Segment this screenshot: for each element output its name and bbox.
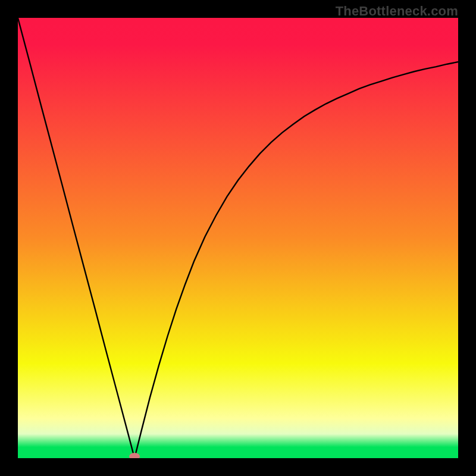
gradient-background	[18, 18, 458, 458]
watermark-text: TheBottleneck.com	[336, 4, 458, 19]
plot-area	[18, 18, 458, 458]
bottleneck-chart-svg	[18, 18, 458, 458]
chart-frame: { "watermark": "TheBottleneck.com", "col…	[0, 0, 476, 476]
